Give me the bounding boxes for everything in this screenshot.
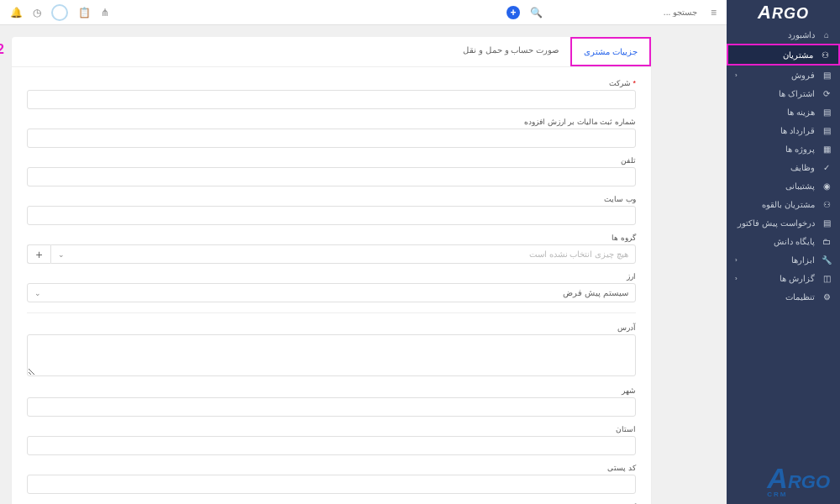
vat-input[interactable] xyxy=(27,129,636,148)
chevron-down-icon: ⌄ xyxy=(58,250,65,259)
zip-input[interactable] xyxy=(27,475,636,494)
form-body: * شرکت شماره ثبت مالیات بر ارزش افزوده ت… xyxy=(12,67,651,504)
address-label: آدرس xyxy=(27,323,636,332)
address-textarea[interactable] xyxy=(27,334,636,376)
chevron-left-icon: ‹ xyxy=(735,71,738,79)
chart-icon: ◫ xyxy=(822,273,832,283)
sidebar-item-preinvoice[interactable]: ▤درخواست پیش فاکتور xyxy=(727,213,840,232)
sidebar-item-subscriptions[interactable]: ⟳اشتراک ها xyxy=(727,84,840,102)
sidebar-item-projects[interactable]: ▦پروژه ها xyxy=(727,139,840,158)
phone-label: تلفن xyxy=(27,156,636,165)
doc-icon: ▤ xyxy=(822,70,832,80)
add-button[interactable]: + xyxy=(507,6,520,19)
zip-label: کد پستی xyxy=(27,464,636,472)
clock-icon[interactable]: ◷ xyxy=(33,7,41,18)
vat-label: شماره ثبت مالیات بر ارزش افزوده xyxy=(27,118,636,126)
sidebar-item-reports[interactable]: ◫گزارش ها ‹ xyxy=(727,269,840,287)
sidebar-item-contracts[interactable]: ▤قرارداد ها xyxy=(727,121,840,139)
gear-icon: ⚙ xyxy=(822,291,832,302)
search-input[interactable] xyxy=(549,4,701,20)
home-icon: ⌂ xyxy=(822,29,832,39)
wrench-icon: 🔧 xyxy=(822,255,832,265)
currency-select[interactable]: سیستم پیش فرض ⌄ xyxy=(27,283,636,302)
sidebar-item-tasks[interactable]: ✓وظایف xyxy=(727,158,840,176)
lifering-icon: ◉ xyxy=(822,181,832,191)
sidebar-item-expenses[interactable]: ▤هزینه ها xyxy=(727,102,840,121)
phone-input[interactable] xyxy=(27,167,636,186)
search-icon[interactable]: 🔍 xyxy=(530,7,543,18)
city-input[interactable] xyxy=(27,397,636,417)
menu-toggle-icon[interactable]: ≡ xyxy=(711,7,717,18)
groups-select[interactable]: هیچ چیزی انتخاب نشده است ⌄ xyxy=(50,244,636,264)
sidebar-item-settings[interactable]: ⚙تنظیمات xyxy=(727,287,840,306)
share-icon[interactable]: ⋔ xyxy=(101,7,109,18)
chevron-left-icon: ‹ xyxy=(735,275,738,282)
doc-icon: ▤ xyxy=(822,107,832,117)
sidebar-item-tools[interactable]: 🔧ابزارها ‹ xyxy=(727,250,840,269)
sidebar-item-customers[interactable]: ⚇مشتریان xyxy=(727,44,840,66)
clipboard-icon[interactable]: 📋 xyxy=(78,7,91,18)
user-icon: ⚇ xyxy=(822,199,832,209)
sidebar-item-dashboard[interactable]: ⌂داشبورد xyxy=(727,25,840,44)
company-label: * شرکت xyxy=(27,79,636,87)
search-wrap: 🔍 xyxy=(530,4,701,20)
tab-billing-shipping[interactable]: صورت حساب و حمل و نقل xyxy=(451,37,570,66)
tabs: 2 جزییات مشتری صورت حساب و حمل و نقل xyxy=(12,37,651,67)
add-group-button[interactable]: + xyxy=(27,244,50,264)
groups-label: گروه ها xyxy=(27,234,636,242)
state-label: استان xyxy=(27,425,636,433)
grid-icon: ▦ xyxy=(822,144,832,154)
avatar[interactable] xyxy=(51,4,68,21)
topbar: ≡ 🔍 + ⋔ 📋 ◷ 🔔 xyxy=(0,0,727,25)
company-input[interactable] xyxy=(27,90,636,109)
logo: ARGO xyxy=(727,0,840,25)
website-label: وب سایت xyxy=(27,195,636,203)
user-icon: ⚇ xyxy=(820,50,830,60)
doc-icon: ▤ xyxy=(822,125,832,135)
sidebar-item-sales[interactable]: ▤فروش ‹ xyxy=(727,66,840,84)
tab-customer-details[interactable]: جزییات مشتری xyxy=(570,37,651,66)
sidebar-item-knowledge[interactable]: 🗀پایگاه دانش xyxy=(727,232,840,250)
check-icon: ✓ xyxy=(822,162,832,172)
sidebar-item-leads[interactable]: ⚇مشتریان بالقوه xyxy=(727,195,840,213)
form-card: 2 جزییات مشتری صورت حساب و حمل و نقل * ش… xyxy=(12,37,651,504)
bell-icon[interactable]: 🔔 xyxy=(10,7,23,18)
folder-icon: 🗀 xyxy=(822,236,832,246)
refresh-icon: ⟳ xyxy=(822,88,832,98)
chevron-left-icon: ‹ xyxy=(735,256,738,264)
state-input[interactable] xyxy=(27,436,636,455)
chevron-down-icon: ⌄ xyxy=(34,289,41,297)
currency-label: ارز xyxy=(27,272,636,281)
divider xyxy=(27,312,636,313)
city-label: شهر xyxy=(27,386,636,395)
website-input[interactable] xyxy=(27,206,636,225)
sidebar-nav: ⌂داشبورد ⚇مشتریان ▤فروش ‹ ⟳اشتراک ها ▤هز… xyxy=(727,25,840,306)
annotation-marker-2: 2 xyxy=(0,42,4,57)
sidebar-item-support[interactable]: ◉پشتیبانی xyxy=(727,176,840,195)
watermark-logo: ARGO CRM xyxy=(767,465,830,497)
main-area: ≡ 🔍 + ⋔ 📋 ◷ 🔔 2 جزییات مشتری صورت حساب و… xyxy=(0,0,727,504)
sidebar: 1 ARGO ⌂داشبورد ⚇مشتریان ▤فروش ‹ ⟳اشتراک… xyxy=(727,0,840,504)
doc-icon: ▤ xyxy=(822,218,832,228)
content: 2 جزییات مشتری صورت حساب و حمل و نقل * ش… xyxy=(0,25,727,504)
